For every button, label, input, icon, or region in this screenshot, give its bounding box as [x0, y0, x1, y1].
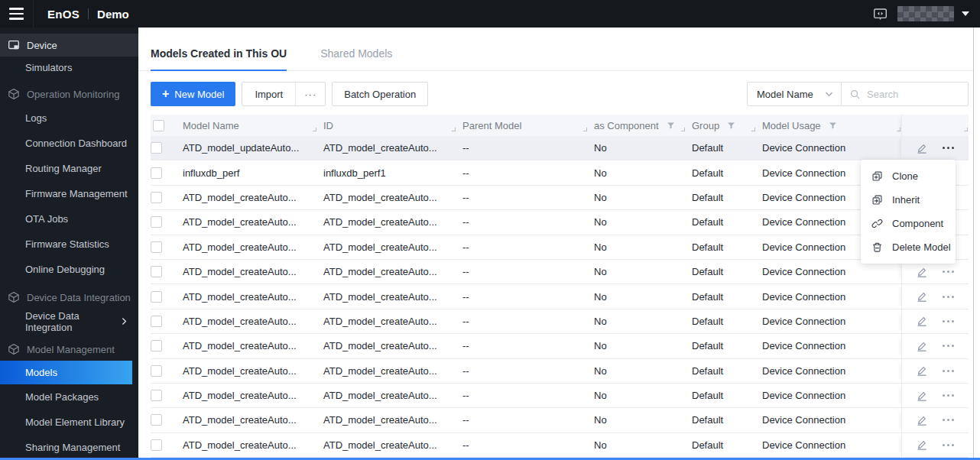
cell-model-usage: Device Connection — [756, 291, 901, 303]
import-button[interactable]: Import — [242, 83, 295, 105]
row-checkbox[interactable] — [151, 241, 162, 253]
more-actions-button[interactable] — [941, 441, 956, 449]
sidebar-item-simulators[interactable]: Simulators — [0, 57, 138, 79]
edit-button[interactable] — [916, 266, 928, 278]
sidebar-item-model-element-library[interactable]: Model Element Library — [0, 410, 138, 435]
row-checkbox[interactable] — [151, 142, 162, 154]
hamburger-menu-button[interactable] — [0, 0, 34, 28]
row-checkbox[interactable] — [151, 390, 162, 401]
cell-group: Default — [686, 266, 756, 277]
filter-icon[interactable] — [727, 121, 735, 130]
row-checkbox[interactable] — [151, 316, 162, 327]
table-row[interactable]: influxdb_perf influxdb_perf1 -- No Defau… — [151, 160, 969, 185]
table-row[interactable]: ATD_model_createAuto... ATD_model_create… — [151, 235, 969, 260]
more-actions-button[interactable] — [941, 416, 956, 424]
sidebar-item-firmware-management[interactable]: Firmware Management — [0, 181, 138, 206]
console-icon[interactable] — [873, 8, 888, 21]
menu-item-inherit[interactable]: Inherit — [861, 188, 956, 212]
new-model-button[interactable]: + New Model — [151, 82, 235, 106]
sidebar-item-routing-manager[interactable]: Routing Manager — [0, 156, 138, 181]
edit-button[interactable] — [916, 414, 928, 426]
sidebar-item-firmware-statistics[interactable]: Firmware Statistics — [0, 232, 138, 257]
table-row[interactable]: ATD_model_createAuto... ATD_model_create… — [151, 334, 969, 358]
row-checkbox[interactable] — [151, 414, 162, 426]
table-row[interactable]: ATD_model_createAuto... ATD_model_create… — [151, 433, 969, 458]
table-row[interactable]: ATD_model_createAuto... ATD_model_create… — [151, 359, 969, 384]
more-actions-button[interactable] — [941, 293, 956, 301]
sidebar-item-online-debugging[interactable]: Online Debugging — [0, 257, 138, 282]
more-actions-button[interactable] — [941, 144, 956, 152]
column-resize-handle[interactable] — [681, 128, 685, 131]
edit-button[interactable] — [916, 364, 928, 377]
more-actions-button[interactable] — [941, 267, 956, 276]
cell-parent-model: -- — [456, 365, 588, 377]
row-checkbox[interactable] — [151, 340, 162, 351]
row-checkbox[interactable] — [151, 439, 162, 451]
row-checkbox[interactable] — [151, 365, 162, 377]
tab-models-created-in-this-ou[interactable]: Models Created in This OU — [151, 47, 287, 70]
menu-item-clone[interactable]: Clone — [861, 164, 956, 188]
edit-button[interactable] — [916, 290, 928, 303]
column-resize-handle[interactable] — [751, 128, 755, 131]
table-row[interactable]: ATD_model_createAuto... ATD_model_create… — [151, 260, 969, 284]
table-row[interactable]: ATD_model_createAuto... ATD_model_create… — [151, 309, 969, 334]
edit-button[interactable] — [916, 142, 928, 154]
table-row[interactable]: ATD_model_createAuto... ATD_model_create… — [151, 384, 969, 408]
menu-item-component[interactable]: Component — [861, 212, 956, 235]
column-resize-handle[interactable] — [583, 128, 587, 131]
table-row[interactable]: ATD_model_createAuto... ATD_model_create… — [151, 210, 969, 235]
sidebar-item-logs[interactable]: Logs — [0, 105, 138, 131]
more-actions-button[interactable] — [941, 367, 956, 375]
sidebar-item-label: OTA Jobs — [25, 213, 68, 225]
sidebar-item-models[interactable]: Models — [0, 361, 132, 384]
tab-shared-models[interactable]: Shared Models — [320, 47, 392, 70]
table-row[interactable]: ATD_model_updateAuto... ATD_model_create… — [151, 136, 969, 160]
edit-button[interactable] — [916, 340, 928, 352]
column-header-label: Model Usage — [762, 120, 821, 131]
edit-button[interactable] — [916, 315, 928, 327]
menu-item-label: Inherit — [892, 194, 920, 206]
cell-model-name: ATD_model_createAuto... — [177, 365, 317, 377]
sidebar-item-device-data-integration[interactable]: Device Data Integration — [0, 309, 138, 334]
cell-model-name: ATD_model_createAuto... — [177, 390, 317, 401]
select-all-checkbox[interactable] — [153, 120, 164, 131]
user-menu[interactable] — [897, 6, 969, 21]
table-row[interactable]: ATD_model_createAuto... ATD_model_create… — [151, 408, 969, 432]
sidebar-item-model-packages[interactable]: Model Packages — [0, 384, 138, 410]
row-checkbox[interactable] — [151, 266, 162, 277]
filter-icon[interactable] — [829, 121, 837, 130]
column-resize-handle[interactable] — [452, 128, 456, 131]
sidebar-item-sharing-management[interactable]: Sharing Management — [0, 435, 138, 458]
row-checkbox[interactable] — [151, 192, 162, 203]
menu-item-delete-model[interactable]: Delete Model — [861, 235, 956, 259]
row-checkbox[interactable] — [151, 216, 162, 228]
edit-button[interactable] — [916, 439, 928, 451]
column-resize-handle[interactable] — [897, 128, 900, 131]
edit-button[interactable] — [916, 390, 928, 402]
row-checkbox[interactable] — [151, 291, 162, 303]
sidebar-item-ota-jobs[interactable]: OTA Jobs — [0, 206, 138, 232]
import-more-button[interactable]: ··· — [295, 83, 325, 105]
cell-group: Default — [686, 390, 756, 401]
more-actions-button[interactable] — [941, 342, 956, 350]
filter-icon[interactable] — [667, 121, 675, 130]
more-actions-button[interactable] — [941, 317, 956, 326]
cell-parent-model: -- — [456, 142, 588, 154]
cell-as-component: No — [588, 365, 686, 377]
sidebar-item-label: Routing Manager — [25, 163, 102, 174]
sidebar-item-connection-dashboard[interactable]: Connection Dashboard — [0, 131, 138, 156]
table-row[interactable]: ATD_model_createAuto... ATD_model_create… — [151, 284, 969, 309]
column-header-model-name: Model Name — [177, 115, 317, 136]
device-icon — [8, 39, 20, 51]
row-checkbox[interactable] — [151, 167, 162, 179]
search-input[interactable] — [867, 89, 951, 100]
column-resize-handle[interactable] — [313, 128, 316, 131]
column-resize-handle[interactable] — [964, 128, 968, 131]
sidebar-item-device[interactable]: Device — [0, 34, 138, 57]
table-row[interactable]: ATD_model_createAuto... ATD_model_create… — [151, 186, 969, 210]
batch-operation-button[interactable]: Batch Operation — [332, 82, 428, 106]
sidebar-item-label: Connection Dashboard — [25, 138, 127, 149]
cell-group: Default — [686, 414, 756, 426]
search-field-select[interactable]: Model Name — [747, 82, 842, 106]
more-actions-button[interactable] — [941, 391, 956, 400]
